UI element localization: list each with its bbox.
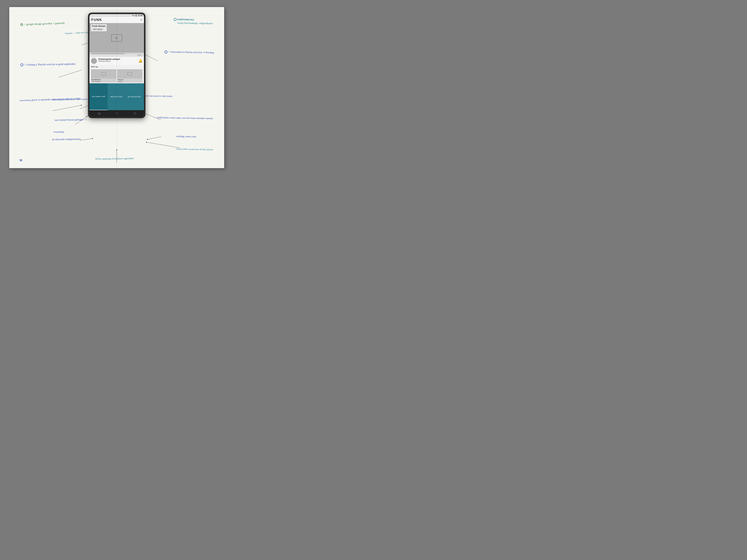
stream-title: Funk Stream	[92, 25, 106, 27]
tab-creators-stuff[interactable]: this creator's stuff	[89, 83, 108, 110]
paper: + + google design gewohnt + gemocht − EM…	[9, 7, 224, 168]
note-unterschied: − ○ Unterschied zu Playlist nicht klar ⇒…	[164, 50, 214, 54]
tab-take-me-now[interactable]: take me to now...	[108, 83, 126, 110]
note-uhrzeit: Uhrzeit fehlt/ erwartet bei 24-Std. play…	[176, 148, 213, 151]
note-erwartung2: erwartung:	[54, 130, 64, 134]
wifi-icon: ▼▲	[132, 15, 135, 16]
thumb-title-1: Petry vs.	[117, 79, 143, 81]
note-btns: BTNs eindeutig in Funktion zugeordnet	[96, 157, 134, 161]
video-channel: Kliemannsland	[98, 60, 137, 62]
tab-you-may-also-like[interactable]: you may also like...	[126, 83, 144, 110]
progress-bar	[91, 54, 143, 54]
thumb-img-inner-0	[101, 72, 106, 76]
thumb-card-0[interactable]: Die Wahrheit Chili Chopsticks	[91, 69, 117, 83]
progress-fill	[91, 54, 125, 54]
phone-screen: ▼▲ ▌ 12:30 FUNK ≡ Funk Stream 453 Videos	[89, 14, 144, 117]
thumb-channel-1: Deutsch...	[117, 81, 143, 83]
notification-bell-icon[interactable]: 🔔	[138, 59, 143, 63]
progress-bar-area[interactable]: 4:15 ⤢	[89, 53, 144, 57]
note-umfang: − ○ Umfang d. Playlist wird als zu groß …	[20, 62, 76, 67]
next-up-label: Next up:	[89, 65, 144, 69]
thumb-channel-0: Chili Chopsticks	[91, 81, 117, 83]
thumb-img-inner-1	[127, 72, 132, 76]
nav-recents-button[interactable]: □	[134, 112, 136, 115]
status-time: 12:30	[138, 15, 143, 17]
video-placeholder-icon	[111, 34, 122, 42]
thumbnails-row: Die Wahrheit Chili Chopsticks Petry vs. …	[89, 69, 144, 83]
svg-line-1	[58, 70, 81, 77]
svg-line-5	[80, 138, 93, 140]
svg-line-9	[146, 142, 180, 148]
thumb-img-0	[91, 69, 117, 79]
nav-home-button[interactable]: ○	[116, 112, 118, 115]
video-player[interactable]: Funk Stream 453 Videos	[89, 23, 144, 53]
phone-mockup: ▼▲ ▌ 12:30 FUNK ≡ Funk Stream 453 Videos	[88, 12, 146, 118]
app-logo: FUNK	[91, 18, 102, 22]
channel-avatar	[91, 58, 97, 64]
nav-bar: ◁ ○ □	[89, 110, 144, 117]
svg-line-2	[53, 105, 81, 111]
signal-icon: ▌	[136, 15, 137, 16]
status-bar: ▼▲ ▌ 12:30	[89, 14, 144, 17]
video-info: Kräutergarten anlegen Kliemannsland 🔔	[89, 57, 144, 65]
video-meta: Kräutergarten anlegen Kliemannsland	[98, 58, 137, 62]
video-title: Kräutergarten anlegen	[98, 58, 137, 60]
stream-count: 453 Videos	[92, 28, 104, 31]
svg-line-6	[145, 54, 157, 61]
note-google-design: + + google design gewohnt + gemocht	[20, 21, 65, 26]
thumb-card-1[interactable]: Petry vs. Deutsch...	[117, 69, 143, 83]
note-tabs: als tabs/modi wahrgenommen	[52, 137, 81, 141]
tabs-row[interactable]: this creator's stuff take me to now... y…	[89, 83, 144, 110]
app-bar: FUNK ≡	[89, 17, 144, 23]
annotation-arrows	[9, 7, 224, 168]
nav-back-button[interactable]: ◁	[98, 112, 100, 115]
svg-line-8	[147, 137, 161, 139]
note-notifications: notifications waren super, um sich einen…	[157, 116, 213, 120]
time-display: 4:15 ⤢	[91, 54, 143, 56]
thumb-title-0: Die Wahrheit	[91, 79, 117, 81]
page-number: M	[20, 158, 22, 162]
thumb-img-1	[117, 69, 143, 79]
note-zum-channel: zum channel Stream gelangen +1	[55, 118, 87, 122]
note-empfindung: − EMPFINDUNG: wenig Entscheidungs- mögli…	[174, 18, 213, 25]
note-wording: wording, items icons	[176, 135, 197, 138]
menu-icon[interactable]: ≡	[140, 18, 142, 22]
